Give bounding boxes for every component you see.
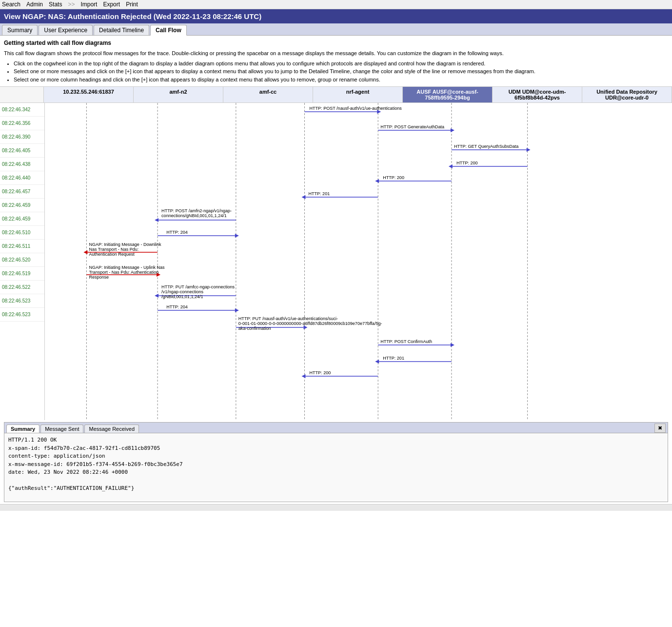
diagram-container: 10.232.55.246:61837 amf-n2 amf-cc nrf-ag… <box>0 87 672 420</box>
node-col-amf-n2: amf-n2 <box>134 87 223 102</box>
help-area: Getting started with call flow diagrams … <box>0 36 672 87</box>
ts-0: 08:22:46.342 <box>0 103 44 117</box>
menu-sep: >> <box>68 1 75 8</box>
svg-text:connections/gNBId,001,01,1,24/: connections/gNBId,001,01,1,24/1 <box>161 213 227 218</box>
node-col-udr: Unified Data Repository UDR@core-udr-0 <box>582 87 672 102</box>
ts-2: 08:22:46.390 <box>0 130 44 144</box>
ts-12: 08:22:46.519 <box>0 267 44 281</box>
time-col-header <box>0 87 44 102</box>
svg-marker-11 <box>451 128 455 132</box>
svg-text:aka-confirmation: aka-confirmation <box>238 326 271 331</box>
title-bar: View NGAP: NAS: Authentication Rejected … <box>0 9 672 23</box>
tab-detailed-timeline[interactable]: Detailed Timeline <box>94 25 149 35</box>
tab-summary[interactable]: Summary <box>2 25 38 35</box>
bottom-scrollbar[interactable] <box>0 504 672 511</box>
ts-13: 08:22:46.522 <box>0 281 44 294</box>
svg-text:/v1/ngap-connections: /v1/ngap-connections <box>161 289 203 294</box>
svg-marker-14 <box>527 148 531 152</box>
svg-marker-26 <box>155 218 158 222</box>
help-bullet-0: Click on the cogwheel icon in the top ri… <box>14 60 668 68</box>
svg-text:HTTP: 200: HTTP: 200 <box>310 370 331 375</box>
svg-text:HTTP: 200: HTTP: 200 <box>383 175 404 180</box>
ts-15: 08:22:46.523 <box>0 308 44 322</box>
svg-marker-30 <box>235 234 239 238</box>
svg-marker-33 <box>83 250 87 254</box>
msg-tab-sent[interactable]: Message Sent <box>40 425 83 433</box>
flow-svg: HTTP: POST /nausf-auth/v1/ue-authenticat… <box>45 103 672 420</box>
help-bullet-2: Select one or more column headings and c… <box>14 76 668 84</box>
tab-bar: Summary User Experience Detailed Timelin… <box>0 23 672 36</box>
menu-import[interactable]: Import <box>80 1 97 8</box>
svg-text:Nas Transport - Nas Pdu:: Nas Transport - Nas Pdu: <box>89 247 138 252</box>
node-col-ausf: AUSF AUSF@core-ausf-758ffb9595-294bg <box>403 87 493 102</box>
node-col-client: 10.232.55.246:61837 <box>44 87 134 102</box>
menu-export[interactable]: Export <box>103 1 120 8</box>
column-headers: 10.232.55.246:61837 amf-n2 amf-cc nrf-ag… <box>0 87 672 103</box>
svg-text:HTTP: 201: HTTP: 201 <box>309 191 330 196</box>
svg-marker-51 <box>303 325 307 329</box>
ts-11: 08:22:46.520 <box>0 253 44 267</box>
ts-6: 08:22:46.457 <box>0 185 44 199</box>
help-bullet-1: Select one or more messages and click on… <box>14 67 668 76</box>
ts-1: 08:22:46.356 <box>0 117 44 130</box>
svg-marker-62 <box>301 374 305 378</box>
page-title: View NGAP: NAS: Authentication Rejected … <box>4 12 261 20</box>
msg-tab-received[interactable]: Message Received <box>84 425 139 433</box>
help-heading: Getting started with call flow diagrams <box>4 39 668 47</box>
ts-4: 08:22:46.438 <box>0 158 44 171</box>
ts-8: 08:22:46.459 <box>0 212 44 226</box>
ts-9: 08:22:46.510 <box>0 226 44 240</box>
tab-user-experience[interactable]: User Experience <box>39 25 93 35</box>
svg-text:/gNBId,001,01,1,24/1: /gNBId,001,01,1,24/1 <box>161 294 203 299</box>
tab-call-flow[interactable]: Call Flow <box>150 25 187 36</box>
svg-marker-23 <box>301 195 305 199</box>
svg-text:HTTP: POST GenerateAuthData: HTTP: POST GenerateAuthData <box>380 124 445 129</box>
menu-admin[interactable]: Admin <box>26 1 43 8</box>
svg-marker-59 <box>375 360 379 364</box>
svg-text:HTTP: 204: HTTP: 204 <box>166 304 188 309</box>
message-panel-close-button[interactable]: ✖ <box>654 424 666 433</box>
svg-text:HTTP: PUT /nausf-auth/v1/ue-au: HTTP: PUT /nausf-auth/v1/ue-authenticati… <box>238 316 338 321</box>
svg-text:HTTP: POST ConfirmAuth: HTTP: POST ConfirmAuth <box>380 339 432 344</box>
flow-area: HTTP: POST /nausf-auth/v1/ue-authenticat… <box>45 103 672 420</box>
menu-stats[interactable]: Stats <box>49 1 62 8</box>
svg-text:HTTP: POST /nausf-auth/v1/ue-a: HTTP: POST /nausf-auth/v1/ue-authenticat… <box>310 106 402 111</box>
node-col-nrf-agent: nrf-agent <box>313 87 403 102</box>
timeline: 08:22:46.342 08:22:46.356 08:22:46.390 0… <box>0 103 45 420</box>
message-panel: Summary Message Sent Message Received ✖ … <box>4 422 668 502</box>
menu-search[interactable]: Search <box>2 1 20 8</box>
svg-text:HTTP: POST /amfn2-ngap/v1/ngap: HTTP: POST /amfn2-ngap/v1/ngap- <box>161 208 232 213</box>
help-bullets: Click on the cogwheel icon in the top ri… <box>14 60 668 84</box>
ts-3: 08:22:46.405 <box>0 144 44 158</box>
svg-text:0-001-01-0000-0-0-0000000000-a: 0-001-01-0000-0-0-0000000000-a6ffd87db26… <box>238 321 382 326</box>
ts-5: 08:22:46.440 <box>0 171 44 185</box>
svg-text:Authentication Request: Authentication Request <box>89 252 135 257</box>
help-intro: This call flow diagram shows the protoco… <box>4 49 668 58</box>
svg-text:HTTP: PUT /amfcc-ngap-connecti: HTTP: PUT /amfcc-ngap-connections <box>161 284 235 289</box>
message-panel-content: HTTP/1.1 200 OK x-span-id: f54d7b70-c2ac… <box>4 433 668 502</box>
svg-text:Transport - Nas Pdu: Authentic: Transport - Nas Pdu: Authentication <box>89 270 158 275</box>
svg-text:NGAP: Initiating Message - Dow: NGAP: Initiating Message - Downlink <box>89 242 161 247</box>
msg-tab-summary[interactable]: Summary <box>6 425 40 433</box>
svg-text:HTTP: 204: HTTP: 204 <box>166 230 188 235</box>
svg-marker-48 <box>235 308 239 312</box>
svg-marker-17 <box>449 164 453 168</box>
node-col-amf-cc: amf-cc <box>223 87 313 102</box>
svg-text:HTTP: 200: HTTP: 200 <box>456 161 478 165</box>
menu-print[interactable]: Print <box>126 1 138 8</box>
menu-bar: Search Admin Stats >> Import Export Prin… <box>0 0 672 9</box>
svg-marker-43 <box>155 294 158 298</box>
message-panel-tabs: Summary Message Sent Message Received ✖ <box>4 423 668 433</box>
node-col-udm: UDM UDM@core-udm-6f5bf8b84d-42pvs <box>493 87 582 102</box>
ts-10: 08:22:46.511 <box>0 240 44 253</box>
ts-14: 08:22:46.523 <box>0 294 44 308</box>
ts-7: 08:22:46.459 <box>0 199 44 212</box>
svg-text:Response: Response <box>89 275 109 280</box>
svg-text:HTTP: GET QueryAuthSubsData: HTTP: GET QueryAuthSubsData <box>454 144 519 149</box>
svg-text:NGAP: Initiating Message - Upl: NGAP: Initiating Message - Uplink Nas <box>89 265 165 270</box>
svg-marker-56 <box>451 343 455 347</box>
svg-marker-20 <box>375 179 379 183</box>
diagram-body: 08:22:46.342 08:22:46.356 08:22:46.390 0… <box>0 103 672 420</box>
svg-text:HTTP: 201: HTTP: 201 <box>383 356 404 361</box>
